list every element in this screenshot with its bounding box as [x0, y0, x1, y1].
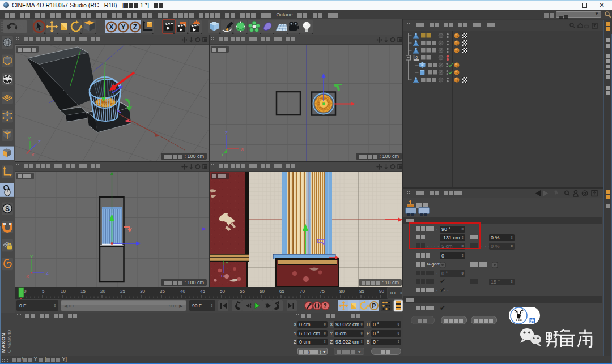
svg-text:⇕: ⇕: [53, 303, 57, 307]
svg-text:X: X: [26, 274, 29, 279]
svg-text:90 F ▶: 90 F ▶: [169, 303, 183, 309]
svg-text:P: P: [372, 303, 376, 309]
svg-text:25: 25: [120, 289, 125, 294]
svg-text:70: 70: [300, 289, 305, 294]
svg-text:40: 40: [180, 289, 185, 294]
svg-text:CINEMA 4D: CINEMA 4D: [7, 329, 12, 353]
svg-text:75: 75: [320, 289, 325, 294]
svg-text:Y: Y: [28, 136, 31, 141]
svg-text:S: S: [5, 205, 10, 213]
svg-text:0 F: 0 F: [19, 303, 26, 309]
svg-text:20: 20: [100, 289, 105, 294]
svg-text:Z: Z: [225, 130, 228, 135]
svg-text:◀ 0 F: ◀ 0 F: [64, 303, 75, 309]
svg-text:60: 60: [260, 289, 265, 294]
svg-text:Y: Y: [30, 254, 33, 259]
svg-text:Z: Z: [38, 139, 41, 144]
svg-text:0: 0: [24, 289, 27, 294]
svg-text:30: 30: [140, 289, 145, 294]
svg-text:10: 10: [61, 289, 66, 294]
svg-text:35: 35: [160, 289, 165, 294]
svg-text:Z: Z: [46, 271, 49, 276]
svg-text:5: 5: [42, 289, 45, 294]
svg-text:Y: Y: [121, 23, 125, 31]
svg-text:50: 50: [220, 289, 225, 294]
svg-text:⇕: ⇕: [210, 303, 214, 307]
svg-text:X: X: [31, 152, 35, 157]
svg-text:55: 55: [240, 289, 245, 294]
svg-text:Y: Y: [226, 260, 229, 265]
svg-text:B: B: [221, 273, 224, 279]
svg-text:0: 0: [416, 55, 418, 59]
svg-text:X: X: [241, 147, 244, 152]
svg-text:Y: Y: [221, 152, 224, 157]
svg-text:90: 90: [379, 289, 384, 294]
svg-text:45: 45: [200, 289, 205, 294]
svg-text:X: X: [109, 23, 113, 31]
svg-text:65: 65: [279, 289, 284, 294]
svg-text:0 F: 0 F: [390, 290, 397, 296]
svg-text:⇕: ⇕: [400, 291, 403, 295]
svg-text:?: ?: [324, 303, 327, 309]
svg-text:85: 85: [359, 289, 364, 294]
svg-text:15: 15: [80, 289, 86, 294]
svg-text:MAXON: MAXON: [1, 333, 6, 353]
svg-text:80: 80: [339, 289, 345, 294]
svg-text:90 F: 90 F: [192, 303, 202, 309]
svg-text:Z: Z: [133, 23, 137, 31]
